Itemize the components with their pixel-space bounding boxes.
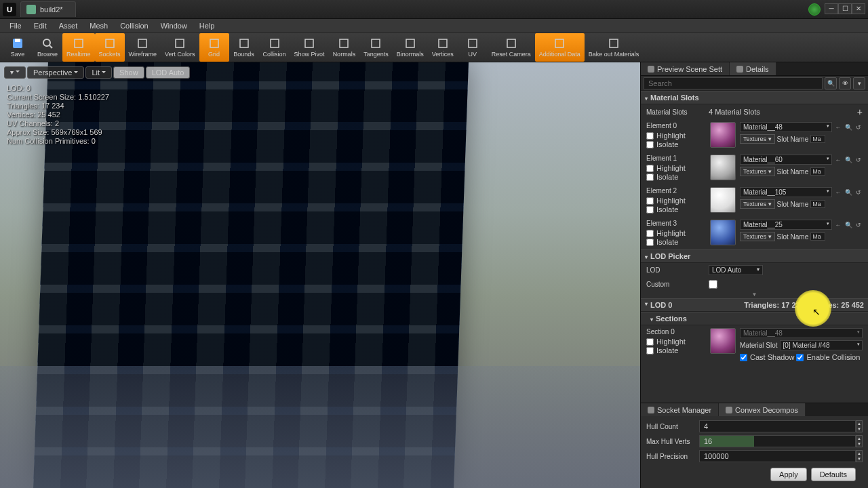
category-lod0[interactable]: LOD 0 Triangles: 17 234 Vertices: 25 452 [641, 298, 868, 312]
slot-name-input[interactable] [810, 167, 825, 176]
use-selected-icon[interactable]: ← [834, 188, 842, 197]
material-dropdown[interactable]: Material__48 [740, 122, 832, 132]
section0-matslot-dropdown[interactable]: [0] Material #48 [780, 340, 863, 350]
category-material-slots[interactable]: Material Slots [641, 91, 868, 104]
material-dropdown[interactable]: Material__25 [740, 220, 832, 230]
isolate-checkbox[interactable] [646, 141, 654, 148]
slot-name-input[interactable] [810, 232, 825, 241]
tool-reset-camera[interactable]: Reset Camera [488, 33, 535, 62]
browse-to-icon[interactable]: 🔍 [844, 188, 852, 197]
section0-thumbnail[interactable] [710, 328, 736, 354]
hull-count-spinner[interactable]: ▲▼ [856, 420, 863, 432]
category-sections[interactable]: Sections [641, 312, 868, 325]
browse-to-icon[interactable]: 🔍 [844, 156, 852, 164]
hull-count-input[interactable] [699, 420, 856, 432]
material-thumbnail[interactable] [710, 122, 736, 148]
tool-show-pivot[interactable]: Show Pivot [290, 33, 329, 62]
menu-collision[interactable]: Collision [115, 20, 154, 31]
lod-dropdown[interactable]: LOD Auto [709, 265, 763, 275]
tool-tangents[interactable]: Tangents [359, 33, 393, 62]
reset-icon[interactable]: ↺ [854, 188, 863, 197]
viewport[interactable]: ▾ Perspective Lit Show LOD Auto LOD: 0 C… [0, 62, 640, 488]
menu-window[interactable]: Window [155, 20, 193, 31]
hull-precision-spinner[interactable]: ▲▼ [856, 450, 863, 462]
tab-convex-decomposition[interactable]: Convex Decompos [719, 403, 806, 416]
tool-vertices[interactable]: Vertices [428, 33, 458, 62]
tool-binormals[interactable]: Binormals [393, 33, 428, 62]
reset-icon[interactable]: ↺ [854, 221, 863, 229]
cast-shadow-checkbox[interactable] [740, 354, 747, 361]
textures-button[interactable]: Textures ▾ [740, 232, 775, 241]
lit-button[interactable]: Lit [85, 66, 112, 79]
tool-bounds[interactable]: Bounds [229, 33, 259, 62]
source-control-icon[interactable] [808, 3, 821, 16]
textures-button[interactable]: Textures ▾ [740, 199, 775, 209]
enable-collision-checkbox[interactable] [796, 354, 804, 361]
search-icon[interactable]: 🔍 [825, 77, 837, 89]
isolate-checkbox[interactable] [646, 206, 654, 214]
menu-file[interactable]: File [4, 20, 27, 31]
tab-details[interactable]: Details [730, 62, 776, 75]
tool-realtime[interactable]: Realtime [62, 33, 95, 62]
isolate-checkbox[interactable] [646, 174, 654, 181]
tool-bake-out-materials[interactable]: Bake out Materials [585, 33, 644, 62]
category-lod-picker[interactable]: LOD Picker [641, 249, 868, 263]
reset-icon[interactable]: ↺ [854, 156, 863, 164]
menu-mesh[interactable]: Mesh [84, 20, 113, 31]
menu-help[interactable]: Help [194, 20, 220, 31]
browse-to-icon[interactable]: 🔍 [844, 221, 852, 229]
settings-icon[interactable]: ▾ [853, 77, 865, 89]
menu-asset[interactable]: Asset [54, 20, 83, 31]
close-button[interactable]: ✕ [852, 3, 865, 14]
tool-grid[interactable]: Grid [199, 33, 229, 62]
use-selected-icon[interactable]: ← [834, 123, 842, 131]
tool-normals[interactable]: Normals [329, 33, 360, 62]
textures-button[interactable]: Textures ▾ [740, 167, 775, 176]
view-options-icon[interactable]: 👁 [839, 77, 851, 89]
apply-button[interactable]: Apply [770, 468, 807, 481]
custom-checkbox[interactable] [709, 280, 717, 289]
tab-preview-scene[interactable]: Preview Scene Sett [641, 62, 730, 75]
use-selected-icon[interactable]: ← [834, 156, 842, 164]
highlight-checkbox[interactable] [646, 132, 654, 140]
reset-icon[interactable]: ↺ [854, 123, 863, 131]
material-thumbnail[interactable] [710, 220, 736, 245]
tool-collision[interactable]: Collision [259, 33, 290, 62]
hull-precision-input[interactable] [699, 450, 856, 462]
tool-vert-colors[interactable]: Vert Colors [161, 33, 199, 62]
slot-name-input[interactable] [810, 200, 825, 208]
show-button[interactable]: Show [113, 66, 144, 79]
menu-edit[interactable]: Edit [28, 20, 52, 31]
lod-auto-button[interactable]: LOD Auto [146, 66, 191, 79]
minimize-button[interactable]: ─ [825, 3, 838, 14]
browse-to-icon[interactable]: 🔍 [844, 123, 852, 131]
highlight-checkbox[interactable] [646, 197, 654, 205]
expand-advanced-button[interactable]: ▼ [641, 291, 868, 298]
highlight-checkbox[interactable] [646, 230, 654, 237]
defaults-button[interactable]: Defaults [811, 468, 856, 481]
material-thumbnail[interactable] [710, 187, 736, 213]
tool-browse[interactable]: Browse [33, 33, 62, 62]
tab-socket-manager[interactable]: Socket Manager [641, 403, 719, 416]
textures-button[interactable]: Textures ▾ [740, 134, 775, 144]
section0-isolate[interactable] [646, 347, 654, 354]
tool-uv[interactable]: UV [458, 33, 488, 62]
details-search-input[interactable] [644, 77, 823, 89]
use-selected-icon[interactable]: ← [834, 221, 842, 229]
tool-wireframe[interactable]: Wireframe [125, 33, 161, 62]
perspective-button[interactable]: Perspective [27, 66, 84, 79]
max-hull-verts-input[interactable] [699, 435, 856, 447]
document-tab[interactable]: build2* [20, 1, 76, 17]
isolate-checkbox[interactable] [646, 239, 654, 246]
maximize-button[interactable]: ☐ [838, 3, 852, 14]
material-dropdown[interactable]: Material__105 [740, 187, 832, 197]
tool-additional-data[interactable]: Additional Data [535, 33, 585, 62]
material-dropdown[interactable]: Material__60 [740, 155, 832, 165]
max-hull-verts-spinner[interactable]: ▲▼ [856, 435, 863, 447]
tool-save[interactable]: Save [3, 33, 33, 62]
tool-sockets[interactable]: Sockets [95, 33, 125, 62]
highlight-checkbox[interactable] [646, 165, 654, 172]
slot-name-input[interactable] [810, 135, 825, 143]
add-material-slot-button[interactable]: + [857, 106, 863, 117]
section0-highlight[interactable] [646, 338, 654, 346]
